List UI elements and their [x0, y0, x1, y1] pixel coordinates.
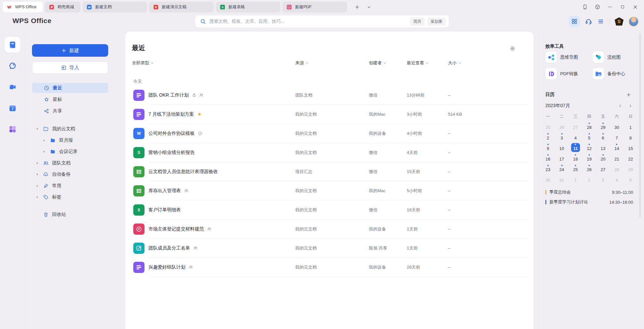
filter-全部类型[interactable]: 全部类型: [132, 60, 154, 66]
calendar-day[interactable]: 29: [624, 163, 637, 174]
calendar-day-selected[interactable]: 11: [568, 142, 582, 153]
calendar-day[interactable]: 21: [610, 153, 624, 163]
calendar-day[interactable]: 26: [582, 163, 596, 174]
workspace-box-icon[interactable]: [591, 0, 604, 14]
calendar-day[interactable]: 31: [555, 174, 569, 184]
close-button[interactable]: [629, 0, 641, 14]
search-input[interactable]: 搜索文档、模板、文库、应用、技巧... 简历策划案: [195, 15, 449, 27]
calendar-add-button[interactable]: [626, 92, 631, 98]
calendar-day[interactable]: 9: [541, 142, 555, 153]
calendar-prev-button[interactable]: [618, 104, 623, 108]
calendar-day[interactable]: 23: [541, 163, 555, 174]
caret-right-icon[interactable]: [43, 150, 46, 153]
caret-right-icon[interactable]: [36, 195, 39, 199]
menu-icon[interactable]: [597, 18, 604, 25]
settings-gear-icon[interactable]: [509, 45, 516, 52]
filter-创建者[interactable]: 创建者: [369, 60, 387, 66]
sidebar-tree-团队文档[interactable]: 团队文档: [32, 158, 108, 169]
sidebar-tree-常用[interactable]: 常用: [32, 180, 108, 192]
new-button[interactable]: 新建: [32, 44, 108, 57]
scrollbar[interactable]: [639, 33, 641, 218]
calendar-day[interactable]: 8: [624, 132, 637, 142]
tool-PDF转换[interactable]: PDF转换: [545, 68, 593, 79]
calendar-event[interactable]: 季度总结会 9:30–11:00: [545, 187, 633, 197]
calendar-day[interactable]: 13: [596, 142, 610, 153]
caret-right-icon[interactable]: [43, 139, 46, 142]
sidebar-item-trash[interactable]: 回收站: [32, 209, 108, 221]
calendar-day[interactable]: 5: [582, 132, 596, 142]
rail-item-messages[interactable]: [5, 58, 20, 74]
calendar-day[interactable]: 15: [624, 142, 637, 153]
import-button[interactable]: 导入: [32, 61, 108, 74]
calendar-day[interactable]: 19: [582, 153, 596, 163]
tab-稻壳商城[interactable]: 稻壳商城: [45, 2, 80, 13]
rail-item-apps[interactable]: [5, 121, 20, 137]
file-row[interactable]: S 客户订单明细表 我的云文档 微信 18天前 –: [125, 200, 531, 220]
caret-right-icon[interactable]: [36, 184, 39, 188]
calendar-day[interactable]: 1: [624, 121, 637, 132]
calendar-day[interactable]: 2: [582, 174, 596, 184]
search-tag[interactable]: 简历: [410, 17, 425, 26]
calendar-day[interactable]: 22: [624, 153, 637, 163]
tab-新建表格[interactable]: S新建表格: [216, 2, 280, 13]
calendar-next-button[interactable]: [628, 104, 633, 108]
sidebar-item-最近[interactable]: 最近: [32, 83, 108, 93]
tab-WPS Office[interactable]: WPS Office: [3, 2, 43, 13]
calendar-event[interactable]: 新季度学习计划讨论 14:30–16:00: [545, 197, 633, 207]
caret-right-icon[interactable]: [36, 173, 39, 176]
user-avatar[interactable]: [628, 16, 639, 27]
sidebar-tree-我的云文档[interactable]: 我的云文档: [32, 123, 108, 135]
calendar-day[interactable]: 30: [610, 121, 624, 132]
calendar-day[interactable]: 6: [596, 132, 610, 142]
tab-新建演示文稿[interactable]: P新建演示文稿: [149, 2, 214, 13]
file-row[interactable]: 团队成员及分工名单 我的云文档 陈旭 共享 1天前 –: [125, 239, 531, 258]
tool-流程图[interactable]: 流程图: [593, 51, 640, 63]
calendar-day[interactable]: 18: [568, 153, 582, 163]
sidebar-tree-标签[interactable]: 标签: [32, 192, 108, 203]
file-row[interactable]: 团队 OKR 工作计划 团队文档 微信 13分钟前 –: [125, 86, 531, 105]
apps-grid-button[interactable]: [569, 16, 580, 27]
calendar-day[interactable]: 25: [541, 121, 555, 132]
sidebar-tree-会议记录[interactable]: 会议记录: [32, 146, 108, 158]
sidebar-tree-双月报[interactable]: 双月报: [32, 135, 108, 146]
calendar-day[interactable]: 27: [596, 163, 610, 174]
support-headset-icon[interactable]: [585, 18, 592, 25]
calendar-day[interactable]: 4: [610, 174, 624, 184]
file-row[interactable]: 7 月线下活动策划方案 我的云文档 我的Mac 3小时前 514 KB: [125, 105, 531, 124]
tab-新建PDF[interactable]: P新建PDF: [282, 2, 347, 13]
membership-badge[interactable]: S: [615, 17, 624, 26]
calendar-day[interactable]: 3: [555, 132, 569, 142]
caret-right-icon[interactable]: [36, 162, 39, 165]
calendar-day[interactable]: 12: [582, 142, 596, 153]
sidebar-item-星标[interactable]: 星标: [32, 94, 108, 105]
file-row[interactable]: 库存出入管理表 我的云文档 我的Mac 5小时前 –: [125, 181, 531, 200]
calendar-day[interactable]: 2: [541, 132, 555, 142]
caret-down-icon[interactable]: [36, 127, 39, 131]
calendar-day[interactable]: 27: [568, 121, 582, 132]
calendar-day[interactable]: 29: [596, 121, 610, 132]
sidebar-tree-自动备份[interactable]: 自动备份: [32, 169, 108, 180]
calendar-day[interactable]: 5: [624, 174, 637, 184]
file-row[interactable]: 云文档管人员信息统计表理器验收 项目汇总 微信 15天前 –: [125, 162, 531, 181]
rail-item-meeting[interactable]: [5, 79, 20, 95]
calendar-day[interactable]: 3: [596, 174, 610, 184]
calendar-day[interactable]: 20: [596, 153, 610, 163]
calendar-day[interactable]: 14: [610, 142, 624, 153]
tab-新建文档[interactable]: W新建文档: [82, 2, 147, 13]
tool-备份中心[interactable]: 备份中心: [593, 68, 640, 79]
calendar-day[interactable]: 30: [541, 174, 555, 184]
calendar-day[interactable]: 10: [555, 142, 569, 153]
rail-item-calendar[interactable]: 7: [5, 100, 20, 116]
maximize-button[interactable]: [616, 0, 629, 14]
calendar-day[interactable]: 7: [610, 132, 624, 142]
filter-来源[interactable]: 来源: [295, 60, 309, 66]
rail-item-documents[interactable]: [5, 37, 20, 53]
calendar-day[interactable]: 28: [610, 163, 624, 174]
mobile-sync-icon[interactable]: [579, 0, 591, 14]
calendar-day[interactable]: 16: [541, 153, 555, 163]
sidebar-item-共享[interactable]: 共享: [32, 106, 108, 116]
file-row[interactable]: W 公司对外合作协议模板 我的云文档 我的设备 4小时前 –: [125, 124, 531, 143]
calendar-day[interactable]: 4: [568, 132, 582, 142]
calendar-day[interactable]: 24: [555, 163, 569, 174]
new-tab-button[interactable]: [354, 4, 360, 10]
